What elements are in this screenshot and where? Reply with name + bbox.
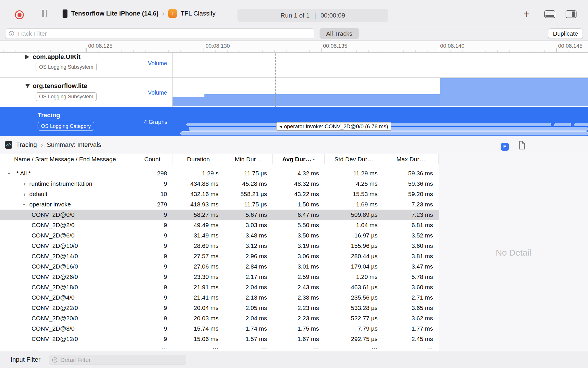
track-row-tensorflow[interactable]: org.tensorflow.lite OS Logging Subsystem… (0, 78, 588, 107)
cell-min: 1.57 ms (224, 334, 273, 344)
all-tracks-button[interactable]: All Tracks (320, 28, 359, 39)
document-icon[interactable] (519, 141, 525, 150)
table-row[interactable]: ›runtime instrumentation9434.88 ms45.28 … (0, 179, 439, 189)
row-name: CONV_2D@26/0 (32, 272, 78, 282)
table-row-truncated[interactable]: ………………… (0, 344, 439, 351)
cell-count: 9 (132, 230, 173, 241)
row-name: CONV_2D@8/0 (32, 323, 75, 334)
cell-duration: 1.29 s (173, 168, 224, 179)
row-name: CONV_2D@0/0 (32, 210, 75, 220)
column-header-max[interactable]: Max Dur… (383, 154, 439, 164)
cell-avg: 6.47 ms (273, 210, 325, 220)
ruler-tick-label: 00:08.145 (558, 43, 583, 49)
track-row-uikit[interactable]: com.apple.UIKit OS Logging Subsystem Vol… (0, 53, 588, 78)
target-name: TFL Classify (181, 10, 215, 17)
table-row[interactable]: ›* All *2981.29 s11.75 µs4.32 ms11.29 ms… (0, 168, 439, 179)
cell-name: CONV_2D@20/0 (0, 313, 132, 323)
column-header-count[interactable]: Count (132, 154, 173, 164)
toggle-right-pane-button[interactable] (566, 10, 577, 18)
device-target-selector[interactable]: Tensorflow Lite iPhone (14.6) › ↑ TFL Cl… (63, 0, 216, 27)
table-row[interactable]: ›default10432.16 ms558.21 µs43.22 ms15.5… (0, 189, 439, 199)
interval-bar[interactable] (180, 131, 588, 135)
disclosure-down-icon[interactable] (25, 84, 30, 88)
filter-icon[interactable] (52, 357, 58, 363)
table-row[interactable]: CONV_2D@12/0915.06 ms1.57 ms1.67 ms292.7… (0, 334, 439, 344)
table-row[interactable]: CONV_2D@14/0927.57 ms2.96 ms3.06 ms280.4… (0, 251, 439, 261)
chevron-right-icon[interactable]: › (22, 189, 26, 199)
cell-duration: 58.27 ms (173, 210, 224, 220)
volume-graph-segment[interactable] (204, 94, 440, 106)
cell-count: 9 (132, 210, 173, 220)
track-row-tracing-selected[interactable]: Tracing OS Logging Category 4 Graphs ◀ o… (0, 107, 588, 136)
cell-std: 179.04 µs (325, 261, 383, 272)
row-name: CONV_2D@14/0 (32, 251, 78, 261)
chevron-down-icon[interactable]: › (5, 171, 15, 175)
column-header-name[interactable]: Name / Start Message / End Message (0, 154, 132, 164)
column-header-avg[interactable]: Avg Dur…› (273, 154, 325, 164)
interval-bar[interactable] (574, 123, 588, 126)
table-header: Name / Start Message / End MessageCountD… (0, 154, 439, 168)
column-header-duration[interactable]: Duration (173, 154, 224, 164)
toggle-bottom-pane-button[interactable] (544, 10, 555, 18)
cell-duration: 15.74 ms (173, 323, 224, 334)
track-meta: 4 Graphs (144, 119, 167, 125)
record-button[interactable] (15, 10, 24, 19)
table-row[interactable]: CONV_2D@2/0949.49 ms3.03 ms5.50 ms1.04 m… (0, 220, 439, 230)
cell-std: 7.79 µs (325, 323, 383, 334)
table-row[interactable]: CONV_2D@26/0923.30 ms2.17 ms2.59 ms1.20 … (0, 272, 439, 282)
disclosure-right-icon[interactable] (25, 55, 29, 59)
cell-duration: 20.04 ms (173, 303, 224, 313)
track-label: com.apple.UIKit OS Logging Subsystem Vol… (0, 53, 173, 77)
add-instrument-button[interactable]: + (524, 8, 530, 20)
table-row[interactable]: CONV_2D@22/0920.04 ms2.05 ms2.23 ms533.2… (0, 303, 439, 313)
column-header-std[interactable]: Std Dev Dur… (325, 154, 383, 164)
cell-avg: 5.50 ms (273, 220, 325, 230)
cell-duration: 49.49 ms (173, 220, 224, 230)
cell-max: 3.60 ms (383, 241, 439, 251)
table-row[interactable]: CONV_2D@10/0928.69 ms3.12 ms3.19 ms155.9… (0, 241, 439, 251)
cell-max: 5.78 ms (383, 272, 439, 282)
track-filter-field[interactable] (5, 28, 314, 39)
table-row[interactable]: CONV_2D@18/0921.91 ms2.04 ms2.43 ms463.6… (0, 282, 439, 292)
input-filter-label: Input Filter (11, 351, 40, 368)
table-row[interactable]: ›operator invoke279418.93 ms11.75 µs1.50… (0, 199, 439, 210)
detail-filter-field[interactable] (49, 355, 186, 365)
table-row[interactable]: CONV_2D@20/0920.03 ms2.04 ms2.23 ms522.7… (0, 313, 439, 323)
filter-icon[interactable] (8, 30, 15, 37)
cell-max: 59.36 ms (383, 179, 439, 189)
cell-min: 2.04 ms (224, 313, 273, 323)
column-header-min[interactable]: Min Dur… (224, 154, 273, 164)
row-name: CONV_2D@6/0 (32, 230, 75, 241)
pause-button[interactable] (42, 10, 47, 17)
table-row[interactable]: CONV_2D@6/0931.49 ms3.48 ms3.50 ms16.97 … (0, 230, 439, 241)
extended-detail-toggle[interactable]: E (501, 143, 509, 151)
track-badge: OS Logging Subsystem (36, 92, 97, 101)
cell-avg: 1.50 ms (273, 199, 325, 210)
right-detail-panel: No Detail (439, 154, 588, 351)
table-row[interactable]: CONV_2D@4/0921.41 ms2.13 ms2.38 ms235.56… (0, 292, 439, 303)
cell-min: 1.74 ms (224, 323, 273, 334)
breadcrumb-root[interactable]: Tracing (16, 141, 37, 149)
cell-name: CONV_2D@22/0 (0, 303, 132, 313)
table-row[interactable]: CONV_2D@16/0927.06 ms2.84 ms3.01 ms179.0… (0, 261, 439, 272)
table-row[interactable]: CONV_2D@0/0958.27 ms5.67 ms6.47 ms509.89… (0, 210, 439, 220)
timeline-ruler[interactable]: 00:08.12500:08.13000:08.13500:08.14000:0… (0, 41, 588, 53)
chevron-right-icon[interactable]: › (22, 179, 26, 189)
chevron-down-icon[interactable]: › (19, 202, 30, 206)
track-filter-input[interactable] (17, 30, 311, 37)
cell-avg: 2.59 ms (273, 272, 325, 282)
no-detail-text: No Detail (496, 248, 531, 258)
table-row[interactable]: CONV_2D@8/0915.74 ms1.74 ms1.75 ms7.79 µ… (0, 323, 439, 334)
cell-avg: 3.50 ms (273, 230, 325, 241)
detail-filter-input[interactable] (60, 356, 183, 363)
interval-bar[interactable] (554, 123, 571, 126)
breadcrumb-page[interactable]: Summary: Intervals (47, 141, 101, 149)
volume-graph-segment[interactable] (440, 78, 588, 106)
duplicate-button[interactable]: Duplicate (548, 28, 583, 39)
volume-graph-segment[interactable] (173, 97, 204, 106)
cell-name: CONV_2D@12/0 (0, 334, 132, 344)
cell-duration: 31.49 ms (173, 230, 224, 241)
iphone-icon (63, 9, 67, 18)
playhead-dashed-line[interactable] (275, 53, 276, 107)
cell-duration: 28.69 ms (173, 241, 224, 251)
